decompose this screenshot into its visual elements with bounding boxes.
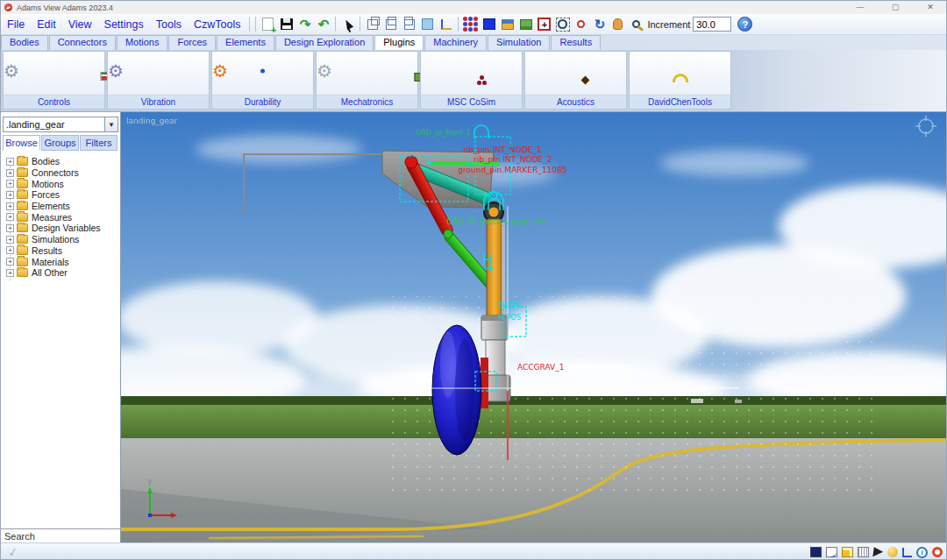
expand-icon[interactable]: [6, 180, 14, 188]
expand-icon[interactable]: [6, 191, 14, 199]
tree-item-forces[interactable]: Forces: [6, 189, 120, 201]
view-cube-back-icon[interactable]: [400, 15, 418, 33]
menu-file[interactable]: File: [1, 18, 31, 31]
expand-icon[interactable]: [6, 224, 14, 232]
window-layout-icon[interactable]: [498, 15, 516, 33]
color-swatch-icon[interactable]: [480, 15, 498, 33]
fit-view-icon[interactable]: [535, 15, 553, 33]
title-bar: Adams View Adams 2023.4 — ▢ ✕: [1, 1, 947, 14]
undo-icon[interactable]: [314, 15, 332, 33]
sidebar-tab-browse[interactable]: Browse: [3, 135, 40, 151]
center-point-icon[interactable]: [572, 15, 590, 33]
ribbon-label: MSC CoSim: [421, 95, 522, 109]
tree-item-simulations[interactable]: Simulations: [6, 234, 120, 245]
zoom-icon[interactable]: [627, 15, 645, 33]
maximize-button[interactable]: ▢: [878, 1, 913, 14]
mechatronics-gear-icon: ⚙: [317, 62, 417, 80]
tab-machinery[interactable]: Machinery: [424, 35, 487, 50]
tab-plugins[interactable]: Plugins: [374, 35, 424, 50]
table-icon[interactable]: [842, 547, 853, 557]
tab-connectors[interactable]: Connectors: [49, 35, 116, 50]
folder-icon: [17, 180, 28, 188]
menu-view[interactable]: View: [62, 18, 98, 31]
tree-item-motions[interactable]: Motions: [6, 178, 120, 189]
rotate-view-icon[interactable]: [590, 15, 609, 33]
ribbon-label: Mechatronics: [317, 95, 417, 109]
tree-item-all-other[interactable]: All Other: [6, 267, 120, 279]
tree-label: Simulations: [32, 234, 79, 245]
tree-item-elements[interactable]: Elements: [6, 201, 120, 212]
tab-results[interactable]: Results: [551, 35, 601, 50]
expand-icon[interactable]: [6, 246, 14, 254]
tree-item-bodies[interactable]: Bodies: [6, 156, 120, 167]
menu-czwtools[interactable]: CzwTools: [188, 18, 247, 31]
ribbon-button-msc-cosim[interactable]: MSC CoSim: [420, 51, 523, 110]
expand-icon[interactable]: [6, 202, 14, 210]
tab-bodies[interactable]: Bodies: [1, 35, 48, 50]
shaded-cube-icon[interactable]: [418, 15, 437, 33]
view-cube-front-icon[interactable]: [363, 15, 381, 33]
tree-item-connectors[interactable]: Connectors: [6, 167, 120, 179]
tab-forces[interactable]: Forces: [168, 35, 216, 50]
menu-edit[interactable]: Edit: [31, 18, 62, 31]
help-icon[interactable]: [736, 15, 754, 33]
redo-icon[interactable]: [295, 15, 314, 33]
triad-icon[interactable]: [902, 548, 912, 557]
ribbon-label: Durability: [212, 95, 313, 109]
save-icon[interactable]: [277, 15, 295, 33]
tree-item-measures[interactable]: Measures: [6, 211, 120, 223]
ribbon-button-davidchentools[interactable]: DavidChenTools: [629, 51, 731, 110]
search-input[interactable]: [1, 528, 120, 543]
expand-icon[interactable]: [6, 258, 14, 266]
mechanism-icon[interactable]: [516, 15, 535, 33]
expand-icon[interactable]: [6, 213, 14, 221]
hpos-measure-label: H_POS: [498, 314, 521, 322]
expand-icon[interactable]: [6, 169, 14, 177]
ribbon-button-vibration[interactable]: ⚙ Vibration: [107, 51, 210, 110]
ruler-icon[interactable]: [858, 547, 869, 557]
tab-motions[interactable]: Motions: [117, 35, 168, 50]
coordinate-axes-icon[interactable]: [437, 15, 455, 33]
tab-design-exploration[interactable]: Design Exploration: [275, 35, 374, 50]
expand-icon[interactable]: [6, 158, 14, 166]
new-model-icon[interactable]: [259, 15, 277, 33]
triad-y-label: Y: [146, 478, 153, 487]
tree-label: Elements: [32, 201, 70, 211]
menu-tools[interactable]: Tools: [150, 18, 188, 31]
tree-item-results[interactable]: Results: [6, 245, 120, 257]
plot-icon[interactable]: [826, 547, 837, 557]
3d-viewport[interactable]: landing_gear GRD_ss_fixed_1 rib_pin.INT_…: [121, 112, 947, 543]
expand-icon[interactable]: [6, 236, 14, 244]
sidebar-tab-groups[interactable]: Groups: [41, 135, 79, 151]
tab-simulation[interactable]: Simulation: [488, 35, 550, 50]
view-cube-iso-icon[interactable]: [381, 15, 400, 33]
ribbon-button-acoustics[interactable]: Acoustics: [524, 51, 627, 110]
model-selector-dropdown[interactable]: .landing_gear ▼: [3, 117, 118, 132]
flag-icon[interactable]: [872, 547, 883, 557]
model-view-icon[interactable]: [810, 547, 822, 557]
ribbon-button-mechatronics[interactable]: ⚙ Mechatronics: [316, 51, 418, 110]
model-browser-panel: .landing_gear ▼ Browse Groups Filters Bo…: [1, 112, 121, 543]
menu-settings[interactable]: Settings: [98, 18, 150, 31]
tree-item-design-variables[interactable]: Design Variables: [6, 223, 120, 234]
viewport-title: landing_gear: [126, 117, 178, 125]
select-cursor-icon[interactable]: [338, 15, 357, 33]
increment-input[interactable]: [693, 17, 731, 32]
chevron-down-icon[interactable]: ▼: [104, 117, 117, 131]
sidebar-tab-filters[interactable]: Filters: [80, 135, 117, 151]
pan-view-icon[interactable]: [609, 15, 627, 33]
expand-icon[interactable]: [6, 269, 14, 277]
interrupt-icon[interactable]: [932, 547, 943, 557]
fixed-marker-label: GRD_ss_fixed_1: [416, 129, 471, 137]
minimize-button[interactable]: —: [843, 1, 878, 14]
zoom-area-icon[interactable]: [553, 15, 572, 33]
ribbon-button-controls[interactable]: ⚙ Controls: [3, 51, 105, 110]
close-button[interactable]: ✕: [913, 1, 947, 14]
sphere-icon[interactable]: [887, 547, 898, 557]
ribbon-button-durability[interactable]: ⚙ Durability: [211, 51, 314, 110]
viewport-canvas[interactable]: landing_gear GRD_ss_fixed_1 rib_pin.INT_…: [121, 112, 947, 543]
render-options-icon[interactable]: [461, 15, 480, 33]
information-icon[interactable]: [916, 547, 928, 558]
tree-item-materials[interactable]: Materials: [6, 256, 120, 267]
tab-elements[interactable]: Elements: [217, 35, 274, 50]
